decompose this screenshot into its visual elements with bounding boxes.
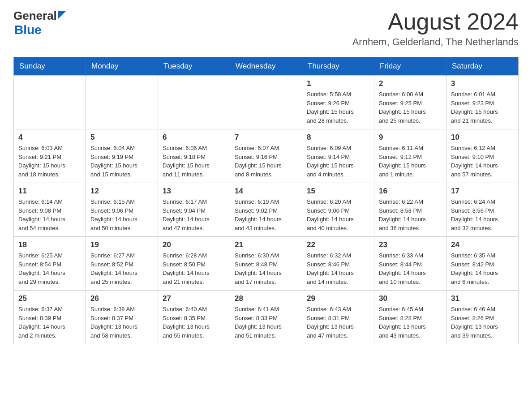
calendar-cell: 27Sunrise: 6:40 AM Sunset: 8:35 PM Dayli… [158,291,230,344]
day-number: 28 [235,294,297,303]
calendar-cell: 10Sunrise: 6:12 AM Sunset: 9:10 PM Dayli… [446,129,519,183]
day-info: Sunrise: 6:17 AM Sunset: 9:04 PM Dayligh… [163,197,225,232]
day-number: 20 [163,240,225,249]
page-header: General Blue August 2024 Arnhem, Gelderl… [13,9,519,48]
day-info: Sunrise: 6:07 AM Sunset: 9:16 PM Dayligh… [235,144,297,179]
day-info: Sunrise: 6:01 AM Sunset: 9:23 PM Dayligh… [451,90,514,125]
calendar-header: SundayMondayTuesdayWednesdayThursdayFrid… [14,57,519,76]
day-of-week-header: Saturday [446,57,519,76]
calendar-cell: 9Sunrise: 6:11 AM Sunset: 9:12 PM Daylig… [374,129,446,183]
calendar-cell: 5Sunrise: 6:04 AM Sunset: 9:19 PM Daylig… [86,129,158,183]
day-info: Sunrise: 6:20 AM Sunset: 9:00 PM Dayligh… [307,197,369,232]
day-number: 13 [163,187,225,196]
day-info: Sunrise: 6:00 AM Sunset: 9:25 PM Dayligh… [379,90,442,125]
calendar-week-row: 1Sunrise: 5:58 AM Sunset: 9:26 PM Daylig… [14,76,519,129]
day-info: Sunrise: 5:58 AM Sunset: 9:26 PM Dayligh… [307,90,369,125]
day-number: 12 [90,187,153,196]
calendar-cell: 6Sunrise: 6:06 AM Sunset: 9:18 PM Daylig… [158,129,230,183]
calendar-cell: 2Sunrise: 6:00 AM Sunset: 9:25 PM Daylig… [374,76,446,129]
day-info: Sunrise: 6:35 AM Sunset: 8:42 PM Dayligh… [451,251,514,286]
day-number: 3 [451,79,514,88]
day-info: Sunrise: 6:24 AM Sunset: 8:56 PM Dayligh… [451,197,514,232]
day-number: 27 [163,294,225,303]
calendar-cell [230,76,302,129]
day-number: 9 [379,133,442,142]
day-info: Sunrise: 6:27 AM Sunset: 8:52 PM Dayligh… [90,251,153,286]
title-section: August 2024 Arnhem, Gelderland, The Neth… [352,9,519,48]
day-number: 19 [90,240,153,249]
day-info: Sunrise: 6:30 AM Sunset: 8:48 PM Dayligh… [235,251,297,286]
calendar-cell: 8Sunrise: 6:09 AM Sunset: 9:14 PM Daylig… [302,129,374,183]
day-of-week-header: Friday [374,57,446,76]
day-info: Sunrise: 6:32 AM Sunset: 8:46 PM Dayligh… [307,251,369,286]
day-info: Sunrise: 6:38 AM Sunset: 8:37 PM Dayligh… [90,305,153,340]
calendar-cell: 15Sunrise: 6:20 AM Sunset: 9:00 PM Dayli… [302,183,374,237]
day-info: Sunrise: 6:14 AM Sunset: 9:08 PM Dayligh… [18,197,81,232]
calendar-cell: 11Sunrise: 6:14 AM Sunset: 9:08 PM Dayli… [14,183,86,237]
day-number: 21 [235,240,297,249]
day-info: Sunrise: 6:03 AM Sunset: 9:21 PM Dayligh… [18,144,81,179]
day-number: 30 [379,294,442,303]
calendar-cell: 1Sunrise: 5:58 AM Sunset: 9:26 PM Daylig… [302,76,374,129]
logo-general-text: General [13,9,57,23]
calendar-cell: 14Sunrise: 6:19 AM Sunset: 9:02 PM Dayli… [230,183,302,237]
calendar-cell: 13Sunrise: 6:17 AM Sunset: 9:04 PM Dayli… [158,183,230,237]
day-of-week-header: Tuesday [158,57,230,76]
day-number: 16 [379,187,442,196]
calendar-cell [158,76,230,129]
calendar-cell [14,76,86,129]
day-info: Sunrise: 6:19 AM Sunset: 9:02 PM Dayligh… [235,197,297,232]
location: Arnhem, Gelderland, The Netherlands [352,36,519,48]
calendar-cell: 3Sunrise: 6:01 AM Sunset: 9:23 PM Daylig… [446,76,519,129]
calendar-week-row: 4Sunrise: 6:03 AM Sunset: 9:21 PM Daylig… [14,129,519,183]
calendar-cell: 17Sunrise: 6:24 AM Sunset: 8:56 PM Dayli… [446,183,519,237]
calendar-cell: 16Sunrise: 6:22 AM Sunset: 8:58 PM Dayli… [374,183,446,237]
day-number: 8 [307,133,369,142]
calendar-week-row: 18Sunrise: 6:25 AM Sunset: 8:54 PM Dayli… [14,237,519,291]
day-info: Sunrise: 6:22 AM Sunset: 8:58 PM Dayligh… [379,197,442,232]
day-info: Sunrise: 6:09 AM Sunset: 9:14 PM Dayligh… [307,144,369,179]
calendar-cell: 18Sunrise: 6:25 AM Sunset: 8:54 PM Dayli… [14,237,86,291]
day-info: Sunrise: 6:15 AM Sunset: 9:06 PM Dayligh… [90,197,153,232]
calendar-cell [86,76,158,129]
day-info: Sunrise: 6:37 AM Sunset: 8:39 PM Dayligh… [18,305,81,340]
calendar-cell: 24Sunrise: 6:35 AM Sunset: 8:42 PM Dayli… [446,237,519,291]
day-number: 25 [18,294,81,303]
day-of-week-header: Monday [86,57,158,76]
day-number: 11 [18,187,81,196]
calendar-cell: 30Sunrise: 6:45 AM Sunset: 8:28 PM Dayli… [374,291,446,344]
day-number: 6 [163,133,225,142]
day-info: Sunrise: 6:46 AM Sunset: 8:26 PM Dayligh… [451,305,514,340]
day-of-week-header: Thursday [302,57,374,76]
day-number: 1 [307,79,369,88]
day-of-week-header: Wednesday [230,57,302,76]
calendar-cell: 23Sunrise: 6:33 AM Sunset: 8:44 PM Dayli… [374,237,446,291]
month-title: August 2024 [352,9,519,34]
day-number: 31 [451,294,514,303]
day-number: 22 [307,240,369,249]
calendar-week-row: 25Sunrise: 6:37 AM Sunset: 8:39 PM Dayli… [14,291,519,344]
day-info: Sunrise: 6:40 AM Sunset: 8:35 PM Dayligh… [163,305,225,340]
calendar-body: 1Sunrise: 5:58 AM Sunset: 9:26 PM Daylig… [14,76,519,344]
day-info: Sunrise: 6:25 AM Sunset: 8:54 PM Dayligh… [18,251,81,286]
day-number: 14 [235,187,297,196]
calendar-cell: 19Sunrise: 6:27 AM Sunset: 8:52 PM Dayli… [86,237,158,291]
calendar-cell: 25Sunrise: 6:37 AM Sunset: 8:39 PM Dayli… [14,291,86,344]
day-info: Sunrise: 6:12 AM Sunset: 9:10 PM Dayligh… [451,144,514,179]
logo-arrow-icon [58,11,66,19]
logo: General Blue [13,9,66,37]
calendar-cell: 7Sunrise: 6:07 AM Sunset: 9:16 PM Daylig… [230,129,302,183]
day-number: 18 [18,240,81,249]
day-info: Sunrise: 6:06 AM Sunset: 9:18 PM Dayligh… [163,144,225,179]
day-of-week-header: Sunday [14,57,86,76]
calendar-cell: 26Sunrise: 6:38 AM Sunset: 8:37 PM Dayli… [86,291,158,344]
day-number: 4 [18,133,81,142]
day-number: 17 [451,187,514,196]
calendar-cell: 4Sunrise: 6:03 AM Sunset: 9:21 PM Daylig… [14,129,86,183]
calendar-cell: 28Sunrise: 6:41 AM Sunset: 8:33 PM Dayli… [230,291,302,344]
day-info: Sunrise: 6:43 AM Sunset: 8:31 PM Dayligh… [307,305,369,340]
day-info: Sunrise: 6:41 AM Sunset: 8:33 PM Dayligh… [235,305,297,340]
calendar-cell: 21Sunrise: 6:30 AM Sunset: 8:48 PM Dayli… [230,237,302,291]
svg-marker-0 [58,11,66,19]
header-row: SundayMondayTuesdayWednesdayThursdayFrid… [14,57,519,76]
